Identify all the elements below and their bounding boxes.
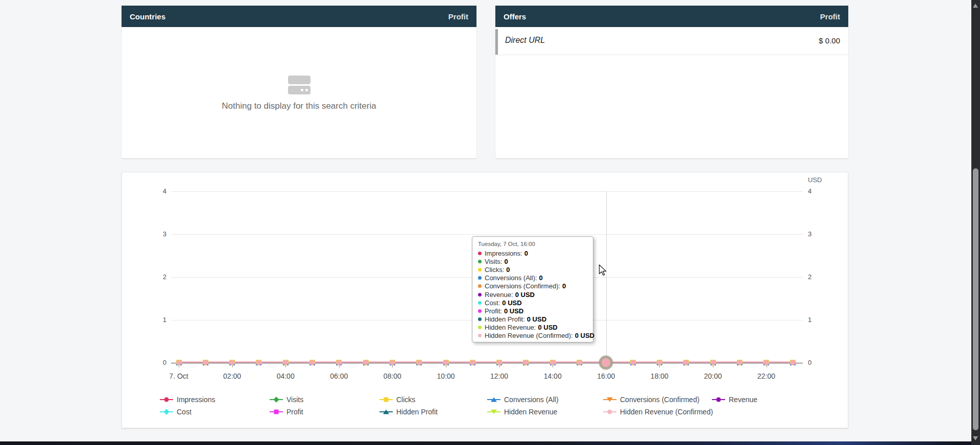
legend-marker-icon: [603, 396, 616, 403]
y-axis-label-right: 2: [808, 273, 828, 281]
tooltip-series-bullet-icon: [478, 317, 482, 321]
legend-label: Visits: [286, 395, 303, 404]
tooltip-series-label: Conversions (Confirmed):: [485, 282, 560, 290]
data-point[interactable]: [283, 360, 289, 365]
legend-item-profit[interactable]: Profit: [270, 408, 303, 416]
y-axis-label-left: 3: [146, 230, 166, 238]
data-point[interactable]: [630, 360, 636, 365]
data-point[interactable]: [203, 360, 208, 365]
tooltip-series-bullet-icon: [478, 268, 482, 271]
scrollbar-down-arrow-icon[interactable]: [973, 436, 978, 440]
tooltip-series-bullet-icon: [478, 293, 482, 296]
legend-item-visits[interactable]: Visits: [270, 395, 303, 404]
tooltip-series-value: 0: [539, 274, 543, 282]
data-point[interactable]: [763, 360, 769, 365]
tooltip-row: Visits:0: [478, 257, 587, 265]
tooltip-series-label: Hidden Profit:: [485, 315, 525, 323]
legend-item-clicks[interactable]: Clicks: [379, 395, 415, 404]
y-axis-label-right: 1: [808, 315, 828, 324]
x-axis-label: 04:00: [265, 372, 306, 380]
legend-marker-icon: [379, 408, 393, 415]
data-point[interactable]: [176, 360, 182, 365]
legend-marker-icon: [487, 408, 500, 415]
tooltip-series-bullet-icon: [478, 326, 482, 329]
tooltip-series-value: 0: [562, 282, 566, 290]
tooltip-series-label: Clicks:: [485, 266, 504, 274]
legend-item-impressions[interactable]: Impressions: [160, 395, 215, 404]
data-point[interactable]: [416, 360, 422, 365]
data-point[interactable]: [443, 360, 449, 365]
y-axis-label-left: 0: [146, 358, 166, 367]
tooltip-series-label: Conversions (All):: [485, 274, 537, 282]
legend-marker-icon: [603, 408, 616, 415]
mouse-cursor: [599, 264, 609, 277]
legend-marker-icon: [160, 396, 173, 403]
legend-label: Profit: [286, 408, 303, 416]
countries-empty-state: Nothing to display for this search crite…: [122, 76, 476, 111]
countries-metric-label[interactable]: Profit: [448, 12, 468, 21]
x-axis-label: 08:00: [372, 372, 413, 380]
bottom-taskbar-edge: [0, 441, 980, 445]
data-point[interactable]: [737, 360, 743, 365]
data-point[interactable]: [550, 360, 556, 365]
data-point[interactable]: [683, 360, 689, 365]
offers-metric-label[interactable]: Profit: [820, 12, 840, 21]
data-point[interactable]: [657, 360, 662, 365]
x-axis-label: 7. Oct: [158, 372, 199, 380]
x-axis-label: 06:00: [319, 372, 360, 380]
data-point[interactable]: [390, 360, 395, 365]
data-point[interactable]: [256, 360, 261, 365]
chart-tooltip: Tuesday, 7 Oct, 16:00 Impressions:0Visit…: [472, 236, 593, 342]
tooltip-series-bullet-icon: [478, 301, 482, 305]
scrollbar-thumb[interactable]: [973, 168, 978, 430]
zero-series-line: [177, 361, 796, 363]
y-gridline: [171, 234, 803, 235]
tooltip-row: Cost:0 USD: [478, 299, 587, 307]
legend-item-cost[interactable]: Cost: [160, 408, 192, 416]
tooltip-title: Tuesday, 7 Oct, 16:00: [478, 241, 587, 247]
data-point[interactable]: [363, 360, 369, 365]
x-axis-label: 20:00: [692, 372, 733, 380]
card-stack-icon-bottom: [288, 86, 310, 94]
x-axis-label: 22:00: [746, 372, 787, 380]
data-point[interactable]: [309, 360, 315, 365]
legend-item-conversions-all[interactable]: Conversions (All): [487, 395, 559, 404]
tooltip-series-bullet-icon: [478, 309, 482, 313]
legend-label: Revenue: [729, 395, 757, 404]
tooltip-series-value: 0 USD: [575, 332, 594, 339]
offers-table-row[interactable]: Direct URL $ 0.00: [495, 27, 848, 55]
data-point[interactable]: [710, 360, 716, 365]
x-axis-label: 14:00: [532, 372, 573, 380]
data-point[interactable]: [496, 360, 502, 365]
x-axis-label: 16:00: [586, 372, 627, 380]
offers-panel-title: Offers: [504, 12, 526, 21]
data-point[interactable]: [336, 360, 342, 365]
scrollbar-up-arrow-icon[interactable]: [973, 4, 978, 8]
offers-panel-header: Offers Profit: [495, 6, 848, 27]
y-axis-label-left: 1: [146, 315, 166, 324]
offer-name[interactable]: Direct URL: [505, 36, 545, 45]
page-scrollbar[interactable]: [971, 0, 980, 445]
data-point-hovered[interactable]: [602, 358, 610, 367]
data-point[interactable]: [523, 360, 529, 365]
legend-item-hidden-profit[interactable]: Hidden Profit: [379, 408, 438, 416]
legend-item-conversions-confirmed[interactable]: Conversions (Confirmed): [603, 395, 700, 404]
legend-label: Impressions: [177, 395, 215, 404]
y-axis-label-left: 2: [146, 273, 166, 281]
legend-item-hidden-revenue-confirmed[interactable]: Hidden Revenue (Confirmed): [603, 408, 713, 416]
tooltip-series-label: Visits:: [485, 258, 502, 265]
legend-item-hidden-revenue[interactable]: Hidden Revenue: [487, 408, 557, 416]
data-point[interactable]: [577, 360, 582, 365]
tooltip-row: Revenue:0 USD: [478, 290, 587, 299]
legend-label: Conversions (All): [504, 395, 559, 404]
legend-item-revenue[interactable]: Revenue: [712, 395, 757, 404]
data-point[interactable]: [470, 360, 475, 365]
offer-profit-value: $ 0.00: [819, 36, 840, 45]
countries-empty-message: Nothing to display for this search crite…: [122, 101, 476, 111]
legend-marker-icon: [379, 396, 393, 403]
data-point[interactable]: [229, 360, 235, 365]
data-point[interactable]: [790, 360, 796, 365]
offers-scrollbar-thumb[interactable]: [495, 29, 498, 55]
tooltip-series-label: Impressions:: [485, 250, 522, 257]
offers-panel: Offers Profit Direct URL $ 0.00: [495, 6, 848, 158]
